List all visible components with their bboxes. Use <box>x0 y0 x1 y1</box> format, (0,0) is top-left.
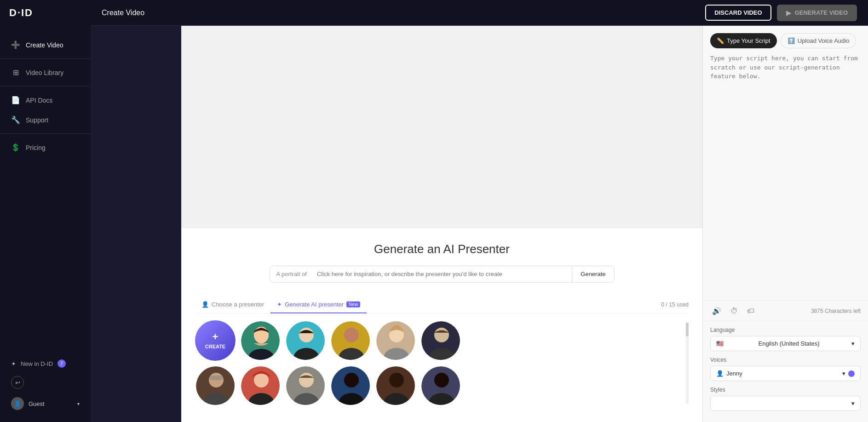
presenter-item[interactable] <box>240 365 281 406</box>
create-video-icon: ➕ <box>11 40 20 49</box>
new-in-did-badge: 7 <box>57 359 66 368</box>
svg-point-21 <box>254 373 269 387</box>
new-in-did-label: New in D-ID <box>21 360 53 367</box>
nav-divider <box>0 58 91 59</box>
avatar-icon: 👤 <box>14 400 21 407</box>
center-panel: Generate an AI Presenter A portrait of G… <box>181 26 702 422</box>
presenter-grid-wrapper: + CREATE <box>195 313 689 413</box>
presenter-item[interactable] <box>195 365 236 406</box>
presenter-item[interactable] <box>285 365 326 406</box>
tab-type-script-label: Type Your Script <box>727 37 770 44</box>
sidebar-item-support[interactable]: 🔧 Support <box>0 110 91 130</box>
svg-point-5 <box>299 328 314 342</box>
tab-label: Generate AI presenter <box>285 301 344 308</box>
generate-label: GENERATE VIDEO <box>795 9 848 16</box>
voices-label: Voices <box>710 357 861 363</box>
sidebar-item-api-docs[interactable]: 📄 API Docs <box>0 90 91 110</box>
sidebar-item-label: API Docs <box>26 97 52 104</box>
new-in-did-icon: ✦ <box>11 360 16 367</box>
user-chevron-icon: ▾ <box>77 401 80 406</box>
svg-point-30 <box>389 373 404 387</box>
language-label: Language <box>710 327 861 333</box>
voices-chevron-icon: ▾ <box>842 370 845 377</box>
generate-ai-icon: ✦ <box>277 301 282 308</box>
new-badge: New <box>346 301 360 307</box>
user-row[interactable]: 👤 Guest ▾ <box>0 393 91 415</box>
presenter-item[interactable] <box>240 320 281 361</box>
portrait-input[interactable] <box>313 266 572 282</box>
pricing-icon: 💲 <box>11 143 20 152</box>
language-select[interactable]: 🇺🇸 English (United States) ▾ <box>710 336 861 351</box>
new-in-did[interactable]: ✦ New in D-ID 7 <box>0 355 91 372</box>
voice-icon-button[interactable]: 🔊 <box>710 305 723 317</box>
header: Create Video DISCARD VIDEO ▶ GENERATE VI… <box>91 0 868 26</box>
styles-chevron-icon: ▾ <box>851 400 855 407</box>
share-item[interactable]: ↩ <box>0 372 91 393</box>
portrait-input-row: A portrait of Generate <box>270 266 615 283</box>
generate-icon: ▶ <box>786 9 791 17</box>
tag-icon-button[interactable]: 🏷 <box>745 305 756 317</box>
language-chevron-icon: ▾ <box>851 340 855 347</box>
svg-point-27 <box>344 373 359 387</box>
usage-count: 0 / 15 used <box>661 301 689 308</box>
ai-presenter-section: Generate an AI Presenter A portrait of G… <box>181 228 702 296</box>
right-panel: ✏️ Type Your Script ⬆️ Upload Voice Audi… <box>702 26 868 422</box>
grid-scrollbar[interactable] <box>686 323 689 404</box>
voice-settings: Language 🇺🇸 English (United States) ▾ Vo… <box>703 321 868 422</box>
presenter-item[interactable] <box>375 320 416 361</box>
create-label: CREATE <box>205 344 225 349</box>
script-textarea[interactable] <box>710 54 861 192</box>
presenter-tabs: 👤 Choose a presenter ✦ Generate AI prese… <box>195 296 689 313</box>
tab-upload-audio[interactable]: ⬆️ Upload Voice Audio <box>781 33 857 48</box>
sidebar-item-label: Create Video <box>26 41 63 49</box>
presenter-item[interactable] <box>285 320 326 361</box>
presenter-item[interactable] <box>420 320 461 361</box>
styles-label: Styles <box>710 387 861 393</box>
tab-choose-presenter[interactable]: 👤 Choose a presenter <box>195 296 270 313</box>
sidebar-item-pricing[interactable]: 💲 Pricing <box>0 138 91 157</box>
presenter-grid: + CREATE <box>195 320 686 406</box>
user-avatar: 👤 <box>11 397 24 410</box>
chars-left: 3875 Characters left <box>811 308 861 314</box>
voice-color-dot <box>848 370 855 377</box>
app-logo: D·ID <box>0 0 91 26</box>
svg-rect-19 <box>210 376 223 380</box>
portrait-of-label: A portrait of <box>270 266 313 282</box>
tab-type-script[interactable]: ✏️ Type Your Script <box>710 33 777 48</box>
nav-divider-3 <box>0 133 91 134</box>
choose-presenter-icon: 👤 <box>201 301 209 308</box>
discard-video-button[interactable]: DISCARD VIDEO <box>705 5 771 21</box>
voices-select[interactable]: 👤 Jenny ▾ <box>710 366 861 381</box>
sidebar-item-create-video[interactable]: ➕ Create Video <box>0 35 91 55</box>
generate-portrait-button[interactable]: Generate <box>572 266 614 282</box>
main-wrapper: Generate an AI Presenter A portrait of G… <box>181 26 868 422</box>
tab-generate-ai-presenter[interactable]: ✦ Generate AI presenter New <box>270 296 367 313</box>
presenter-item[interactable] <box>330 320 371 361</box>
sidebar-item-label: Support <box>26 116 48 124</box>
sidebar-item-label: Video Library <box>26 69 63 76</box>
timer-icon-button[interactable]: ⏱ <box>729 305 740 317</box>
language-value: English (United States) <box>759 340 820 347</box>
tab-label: Choose a presenter <box>212 301 264 308</box>
voice-value: Jenny <box>726 370 742 377</box>
styles-select[interactable]: ▾ <box>710 396 861 411</box>
presenter-item[interactable] <box>420 365 461 406</box>
svg-point-33 <box>434 373 449 387</box>
script-toolbar: 🔊 ⏱ 🏷 3875 Characters left <box>703 301 868 321</box>
video-library-icon: ⊞ <box>11 68 20 77</box>
create-plus-icon: + <box>213 332 218 342</box>
generate-video-button[interactable]: ▶ GENERATE VIDEO <box>777 5 857 21</box>
presenter-item[interactable] <box>330 365 371 406</box>
sidebar-item-video-library[interactable]: ⊞ Video Library <box>0 63 91 82</box>
user-name: Guest <box>29 400 45 407</box>
preview-area <box>181 26 702 228</box>
create-presenter-button[interactable]: + CREATE <box>195 320 236 361</box>
upload-audio-icon: ⬆️ <box>788 37 795 44</box>
api-docs-icon: 📄 <box>11 96 20 104</box>
type-script-icon: ✏️ <box>717 37 724 44</box>
svg-point-14 <box>434 328 449 342</box>
presenter-item[interactable] <box>375 365 416 406</box>
voice-person-icon: 👤 <box>716 370 724 377</box>
sidebar: D·ID ➕ Create Video ⊞ Video Library 📄 AP… <box>0 0 91 422</box>
script-tabs: ✏️ Type Your Script ⬆️ Upload Voice Audi… <box>703 26 868 48</box>
